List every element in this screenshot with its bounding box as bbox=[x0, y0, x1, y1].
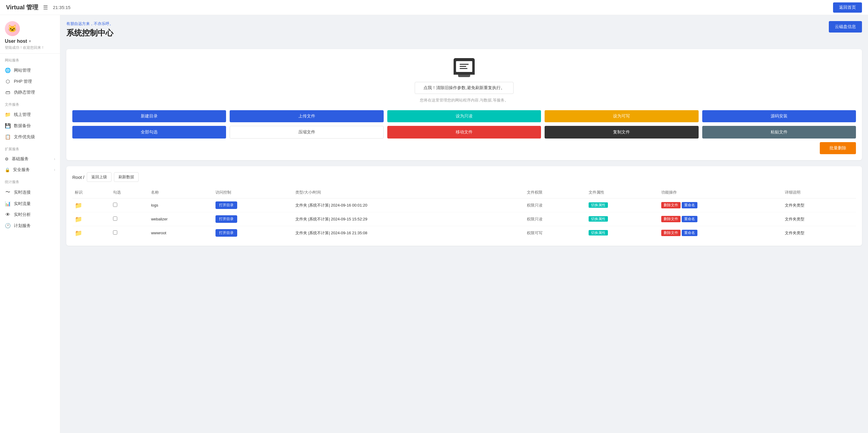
action-btns: 删除文件 重命名 bbox=[661, 230, 780, 236]
avatar: 🐱 bbox=[5, 21, 20, 36]
btn-set-writable[interactable]: 设为可写 bbox=[545, 110, 698, 122]
username[interactable]: User host ▾ bbox=[5, 38, 55, 44]
btn-set-readonly[interactable]: 设为只读 bbox=[387, 110, 541, 122]
file-attr-cell[interactable]: 切换属性 bbox=[586, 226, 659, 240]
online-manage-icon: 📁 bbox=[5, 112, 11, 118]
file-detail-cell: 文件夹类型 bbox=[782, 212, 856, 226]
attr-badge[interactable]: 切换属性 bbox=[589, 216, 608, 222]
file-detail-cell: 文件夹类型 bbox=[782, 198, 856, 212]
home-button[interactable]: 返回首页 bbox=[833, 2, 862, 13]
security-service-label: 安全服务 bbox=[13, 167, 30, 172]
clear-btn-area: 点我！清除旧操作参数,避免刷新重复执行。 bbox=[72, 82, 856, 94]
file-icon-cell: 📁 bbox=[72, 226, 111, 240]
basic-service-icon: ⚙ bbox=[5, 157, 9, 161]
monitor-line-2 bbox=[460, 66, 466, 67]
table-row: 📁 logs 打开目录 文件夹 |系统不计算| 2024-09-16 00:01… bbox=[72, 198, 856, 212]
row3-extra: 批量删除 bbox=[72, 142, 856, 154]
open-dir-button[interactable]: 打开目录 bbox=[216, 229, 237, 237]
php-icon: ⬡ bbox=[5, 78, 11, 84]
delete-badge[interactable]: 删除文件 bbox=[661, 216, 681, 222]
table-row: 📁 wwwroot 打开目录 文件夹 |系统不计算| 2024-09-16 21… bbox=[72, 226, 856, 240]
file-check-cell[interactable] bbox=[111, 226, 149, 240]
file-checkbox[interactable] bbox=[113, 216, 117, 221]
action-section: 新建目录 上传文件 设为只读 设为可写 源码安装 全部勾选 压缩文件 移动文件 … bbox=[72, 110, 856, 154]
rename-badge[interactable]: 重命名 bbox=[682, 216, 698, 222]
sidebar-item-realtime-traffic[interactable]: 📊 实时流量 bbox=[0, 198, 60, 209]
col-name: 名称 bbox=[149, 187, 213, 198]
sidebar-item-static-manage[interactable]: 🗃 伪静态管理 bbox=[0, 87, 60, 98]
clock: 21:35:15 bbox=[53, 5, 70, 10]
file-icon-cell: 📁 bbox=[72, 198, 111, 212]
sidebar-item-data-backup[interactable]: 💾 数据备份 bbox=[0, 120, 60, 131]
stats-services-title: 统计服务 bbox=[0, 175, 60, 187]
btn-move-file[interactable]: 移动文件 bbox=[387, 126, 541, 138]
header-left: Virtual 管理 ☰ 21:35:15 bbox=[6, 3, 70, 11]
btn-source-install[interactable]: 源码安装 bbox=[702, 110, 856, 122]
main-content: 有朋自远方来，不亦乐呼。 系统控制中心 云磁盘信息 bbox=[60, 15, 868, 433]
btn-compress[interactable]: 压缩文件 bbox=[230, 126, 383, 138]
logo: Virtual 管理 bbox=[6, 3, 38, 11]
btn-select-all[interactable]: 全部勾选 bbox=[72, 126, 226, 138]
sidebar-item-php-manage[interactable]: ⬡ PHP 管理 bbox=[0, 76, 60, 87]
php-manage-label: PHP 管理 bbox=[14, 79, 32, 84]
web-services-title: 网站服务 bbox=[0, 54, 60, 65]
rename-badge[interactable]: 重命名 bbox=[682, 230, 698, 236]
monitor-lines bbox=[460, 64, 469, 69]
file-access-cell[interactable]: 打开目录 bbox=[213, 212, 293, 226]
sidebar-item-scheduled-service[interactable]: 🕐 计划服务 bbox=[0, 220, 60, 231]
file-browser: Root / 返回上级 刷新数据 标识 勾选 名称 访问控制 类型/大小/时间 … bbox=[66, 166, 862, 246]
menu-icon[interactable]: ☰ bbox=[43, 4, 48, 11]
refresh-button[interactable]: 刷新数据 bbox=[114, 172, 138, 182]
top-header: Virtual 管理 ☰ 21:35:15 返回首页 bbox=[0, 0, 868, 15]
sidebar-item-realtime-analysis[interactable]: 👁 实时分析 bbox=[0, 209, 60, 220]
page-title: 系统控制中心 bbox=[66, 28, 113, 38]
file-checkbox[interactable] bbox=[113, 230, 117, 235]
sidebar-item-online-manage[interactable]: 📁 线上管理 bbox=[0, 109, 60, 120]
open-dir-button[interactable]: 打开目录 bbox=[216, 201, 237, 209]
sidebar-item-realtime-connect[interactable]: 〜 实时连接 bbox=[0, 187, 60, 198]
security-service-left: 🔒 安全服务 bbox=[5, 167, 30, 172]
file-attr-cell[interactable]: 切换属性 bbox=[586, 212, 659, 226]
title-block: 有朋自远方来，不亦乐呼。 系统控制中心 bbox=[66, 21, 113, 44]
scheduled-service-label: 计划服务 bbox=[14, 223, 31, 229]
btn-upload-file[interactable]: 上传文件 bbox=[230, 110, 383, 122]
priority-icon: 📋 bbox=[5, 134, 11, 140]
attr-badge[interactable]: 切换属性 bbox=[589, 202, 608, 208]
username-label: User host bbox=[5, 38, 27, 44]
folder-icon: 📁 bbox=[75, 230, 82, 236]
attr-badge[interactable]: 切换属性 bbox=[589, 230, 608, 235]
file-checkbox[interactable] bbox=[113, 203, 117, 207]
control-card: 点我！清除旧操作参数,避免刷新重复执行。 您将在这里管理您的网站程序内容,与数据… bbox=[66, 49, 862, 160]
btn-new-dir[interactable]: 新建目录 bbox=[72, 110, 226, 122]
file-check-cell[interactable] bbox=[111, 198, 149, 212]
monitor-icon bbox=[454, 58, 475, 75]
file-attr-cell[interactable]: 切换属性 bbox=[586, 198, 659, 212]
file-check-cell[interactable] bbox=[111, 212, 149, 226]
file-access-cell[interactable]: 打开目录 bbox=[213, 226, 293, 240]
path-text: Root / bbox=[72, 175, 84, 180]
btn-paste-file[interactable]: 粘贴文件 bbox=[702, 126, 856, 138]
file-services-title: 文件服务 bbox=[0, 98, 60, 109]
sidebar-item-website-manage[interactable]: 🌐 网站管理 bbox=[0, 65, 60, 76]
folder-icon: 📁 bbox=[75, 202, 82, 209]
file-type-cell: 文件夹 |系统不计算| 2024-09-16 00:01:20 bbox=[293, 198, 524, 212]
monitor-line-1 bbox=[460, 64, 469, 65]
rename-badge[interactable]: 重命名 bbox=[682, 202, 698, 208]
sidebar-item-basic-service[interactable]: ⚙ 基础服务 › bbox=[0, 154, 60, 164]
delete-badge[interactable]: 删除文件 bbox=[661, 202, 681, 208]
scheduled-icon: 🕐 bbox=[5, 223, 11, 229]
delete-badge[interactable]: 删除文件 bbox=[661, 230, 681, 236]
btn-batch-delete[interactable]: 批量删除 bbox=[820, 142, 856, 154]
open-dir-button[interactable]: 打开目录 bbox=[216, 215, 237, 223]
logo-virtual: Virtual bbox=[6, 4, 25, 10]
back-button[interactable]: 返回上级 bbox=[87, 172, 112, 182]
action-buttons-row2: 全部勾选 压缩文件 移动文件 复制文件 粘贴文件 bbox=[72, 126, 856, 138]
cloud-disk-button[interactable]: 云磁盘信息 bbox=[829, 21, 862, 33]
clear-button[interactable]: 点我！清除旧操作参数,避免刷新重复执行。 bbox=[415, 82, 514, 94]
sidebar-item-file-priority[interactable]: 📋 文件优先级 bbox=[0, 131, 60, 142]
monitor-line-3 bbox=[460, 68, 467, 69]
file-access-cell[interactable]: 打开目录 bbox=[213, 198, 293, 212]
col-icon: 标识 bbox=[72, 187, 111, 198]
sidebar-item-security-service[interactable]: 🔒 安全服务 › bbox=[0, 164, 60, 175]
btn-copy-file[interactable]: 复制文件 bbox=[545, 126, 698, 138]
